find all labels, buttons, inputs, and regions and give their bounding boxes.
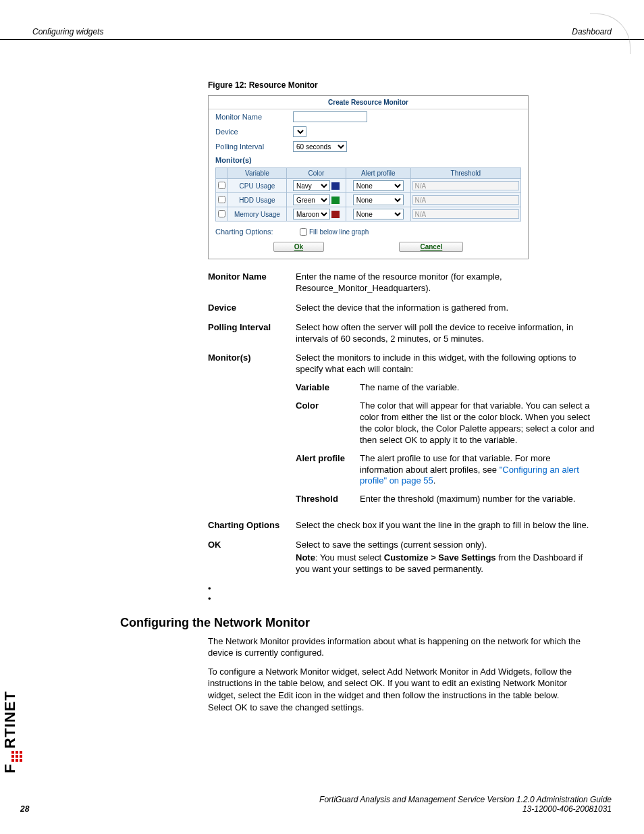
empty-bullets: •• — [208, 583, 612, 604]
body-paragraph: The Network Monitor provides information… — [208, 635, 586, 659]
color-swatch-icon[interactable] — [331, 182, 340, 190]
row-checkbox[interactable] — [218, 182, 225, 189]
desc-text: Enter the name of the resource monitor (… — [296, 271, 596, 294]
sub-label: Threshold — [296, 494, 360, 505]
threshold-input[interactable] — [412, 181, 519, 190]
sub-text: The name of the variable. — [360, 382, 596, 394]
desc-text: Select how often the server will poll th… — [296, 322, 596, 345]
desc-label: Polling Interval — [208, 322, 296, 345]
desc-label: Charting Options — [208, 520, 296, 531]
footer-doc-id: 13-12000-406-20081031 — [20, 804, 612, 814]
threshold-input[interactable] — [412, 195, 519, 205]
charting-options-label: Charting Options: — [215, 228, 293, 236]
col-color: Color — [286, 168, 346, 179]
alert-select[interactable]: None — [353, 194, 404, 205]
desc-text: Select to save the settings (current ses… — [296, 540, 596, 575]
desc-text: Select the device that the information i… — [296, 303, 596, 314]
threshold-input[interactable] — [412, 209, 519, 219]
col-threshold: Threshold — [410, 168, 520, 179]
polling-select[interactable]: 60 seconds — [293, 141, 347, 152]
sub-text: Enter the threshold (maximum) number for… — [360, 494, 596, 505]
fill-below-checkbox[interactable] — [300, 228, 307, 236]
sub-text: The color that will appear for that vari… — [360, 400, 596, 446]
color-select[interactable]: Green — [293, 194, 330, 205]
desc-text: Select the monitors to include in this w… — [296, 353, 596, 375]
footer-doc-title: FortiGuard Analysis and Management Servi… — [20, 795, 612, 804]
fortinet-logo: FRTINET — [1, 691, 23, 773]
color-select[interactable]: Maroon — [293, 209, 330, 219]
page-header: Configuring widgets Dashboard — [0, 0, 644, 40]
alert-select[interactable]: None — [353, 180, 404, 191]
resource-monitor-dialog: Create Resource Monitor Monitor Name Dev… — [208, 95, 529, 259]
col-variable: Variable — [228, 168, 287, 179]
table-row: HDD Usage Green None — [216, 193, 521, 207]
fill-below-label: Fill below line graph — [309, 228, 369, 236]
logo-grid-icon — [11, 751, 22, 762]
monitors-label: Monitor(s) — [215, 156, 286, 164]
sub-label: Variable — [296, 382, 360, 394]
section-heading: Configuring the Network Monitor — [120, 616, 612, 630]
figure-caption: Figure 12: Resource Monitor — [208, 80, 612, 90]
desc-text: Select the check box if you want the lin… — [296, 520, 596, 531]
row-checkbox[interactable] — [218, 210, 225, 217]
dialog-title: Create Resource Monitor — [209, 96, 528, 109]
color-swatch-icon[interactable] — [331, 197, 340, 204]
table-row: Memory Usage Maroon None — [216, 207, 521, 221]
color-select[interactable]: Navy — [293, 180, 330, 191]
row-checkbox[interactable] — [218, 196, 225, 203]
desc-label: Monitor Name — [208, 271, 296, 294]
page-footer: FortiGuard Analysis and Management Servi… — [20, 795, 612, 814]
col-alert: Alert profile — [346, 168, 410, 179]
header-left: Configuring widgets — [32, 27, 103, 36]
monitor-name-input[interactable] — [293, 111, 367, 122]
sub-text: The alert profile to use for that variab… — [360, 453, 596, 488]
page-number: 28 — [20, 804, 29, 814]
device-select[interactable] — [293, 126, 306, 137]
sub-label: Alert profile — [296, 453, 360, 488]
sub-label: Color — [296, 400, 360, 446]
cancel-button[interactable]: Cancel — [399, 242, 463, 252]
color-swatch-icon[interactable] — [331, 211, 340, 218]
desc-label: Monitor(s) — [208, 353, 296, 512]
table-row: CPU Usage Navy None — [216, 179, 521, 193]
monitor-name-label: Monitor Name — [215, 113, 286, 121]
body-paragraph: To configure a Network Monitor widget, s… — [208, 666, 586, 713]
field-descriptions: Monitor Name Enter the name of the resou… — [208, 271, 596, 575]
polling-label: Polling Interval — [215, 142, 286, 151]
alert-select[interactable]: None — [353, 209, 404, 219]
monitors-table: Variable Color Alert profile Threshold C… — [215, 167, 521, 221]
desc-label: OK — [208, 540, 296, 575]
desc-label: Device — [208, 303, 296, 314]
device-label: Device — [215, 128, 286, 136]
ok-button[interactable]: Ok — [273, 242, 324, 252]
